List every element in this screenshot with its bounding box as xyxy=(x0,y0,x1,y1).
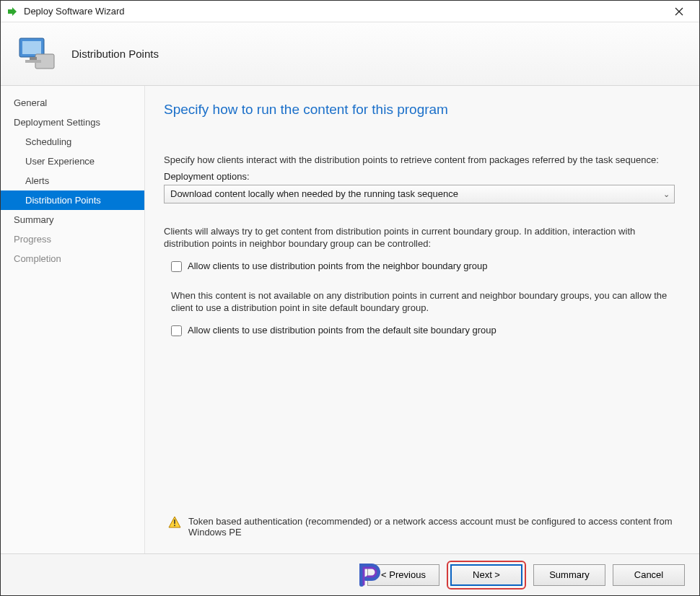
dropdown-label: Deployment options: xyxy=(164,171,675,182)
checkbox-row-default-site: Allow clients to use distribution points… xyxy=(164,325,675,336)
allow-neighbor-label[interactable]: Allow clients to use distribution points… xyxy=(188,260,488,271)
previous-button[interactable]: < Previous xyxy=(367,564,439,586)
wizard-sidebar: General Deployment Settings Scheduling U… xyxy=(1,86,145,553)
desc-default-site: When this content is not available on an… xyxy=(164,289,675,315)
next-button[interactable]: Next > xyxy=(450,564,522,586)
sidebar-item-distribution-points[interactable]: Distribution Points xyxy=(1,190,144,210)
desc-interact: Specify how clients interact with the di… xyxy=(164,154,675,167)
allow-default-site-label[interactable]: Allow clients to use distribution points… xyxy=(188,325,496,336)
allow-neighbor-checkbox[interactable] xyxy=(171,261,182,272)
sidebar-item-user-experience[interactable]: User Experience xyxy=(1,152,144,171)
wizard-footer: < Previous Next > Summary Cancel xyxy=(1,553,699,595)
checkbox-row-neighbor: Allow clients to use distribution points… xyxy=(164,260,675,272)
warning-row: Token based authentication (recommended)… xyxy=(164,513,675,546)
svg-rect-10 xyxy=(174,525,175,526)
cancel-button[interactable]: Cancel xyxy=(613,564,685,586)
step-title: Distribution Points xyxy=(71,48,159,60)
content-heading: Specify how to run the content for this … xyxy=(164,102,675,118)
window-title: Deploy Software Wizard xyxy=(24,6,665,17)
dropdown-value: Download content locally when needed by … xyxy=(170,188,458,199)
chevron-down-icon: ⌄ xyxy=(663,189,670,198)
deployment-options-dropdown[interactable]: Download content locally when needed by … xyxy=(164,185,675,203)
close-icon xyxy=(675,7,683,16)
desc-boundary: Clients will always try to get content f… xyxy=(164,225,675,250)
wizard-window: Deploy Software Wizard Distribution Poin… xyxy=(0,0,700,596)
computer-icon xyxy=(15,35,58,73)
next-highlight-frame: Next > xyxy=(447,561,526,590)
svg-marker-0 xyxy=(8,7,17,16)
sidebar-item-scheduling[interactable]: Scheduling xyxy=(1,132,144,152)
sidebar-item-summary[interactable]: Summary xyxy=(1,210,144,229)
warning-icon xyxy=(168,516,181,529)
app-arrow-icon xyxy=(6,6,18,17)
svg-rect-7 xyxy=(25,60,41,63)
sidebar-item-alerts[interactable]: Alerts xyxy=(1,171,144,190)
wizard-header: Distribution Points xyxy=(1,22,699,86)
svg-rect-6 xyxy=(30,57,37,60)
wizard-body: General Deployment Settings Scheduling U… xyxy=(1,86,699,553)
summary-button[interactable]: Summary xyxy=(533,564,605,586)
warning-text: Token based authentication (recommended)… xyxy=(188,516,675,538)
titlebar: Deploy Software Wizard xyxy=(1,1,699,22)
svg-rect-4 xyxy=(22,41,41,54)
sidebar-item-general[interactable]: General xyxy=(1,93,144,113)
sidebar-item-deployment-settings[interactable]: Deployment Settings xyxy=(1,113,144,132)
allow-default-site-checkbox[interactable] xyxy=(171,325,182,336)
sidebar-item-completion[interactable]: Completion xyxy=(1,249,144,268)
svg-rect-9 xyxy=(174,520,175,524)
content-spacer xyxy=(164,354,675,513)
wizard-content: Specify how to run the content for this … xyxy=(145,86,699,553)
sidebar-item-progress[interactable]: Progress xyxy=(1,229,144,249)
close-button[interactable] xyxy=(665,1,694,22)
